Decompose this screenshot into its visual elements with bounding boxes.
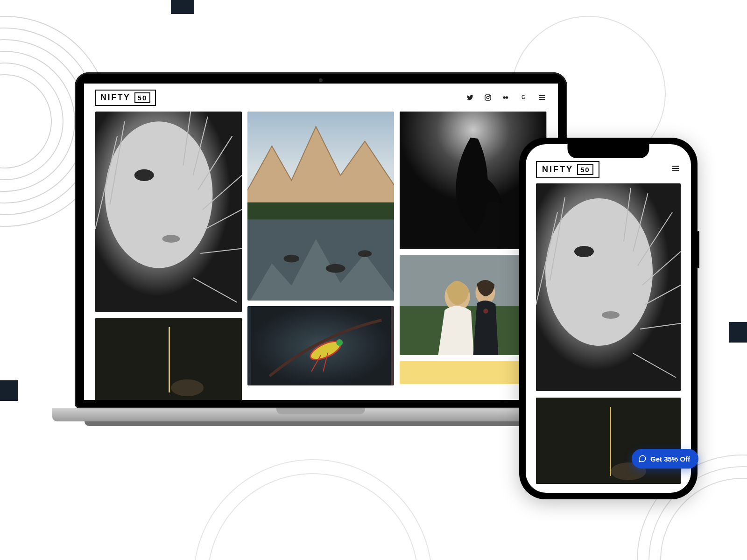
logo-text: NIFTY [542, 165, 573, 175]
500px-icon[interactable] [520, 94, 527, 101]
svg-point-26 [171, 379, 204, 396]
social-icons [466, 93, 547, 102]
svg-rect-25 [169, 327, 170, 392]
svg-point-49 [545, 198, 653, 346]
promo-chat-button[interactable]: Get 35% Off [632, 449, 698, 469]
logo-text: NIFTY [101, 93, 131, 102]
svg-point-44 [483, 308, 488, 313]
gallery-tile-portrait[interactable] [95, 112, 242, 312]
promo-chat-label: Get 35% Off [650, 455, 690, 463]
desktop-site: NIFTY 50 [84, 84, 558, 400]
svg-point-22 [134, 169, 154, 181]
mobile-site: NIFTY 50 [526, 144, 691, 493]
svg-point-14 [489, 96, 490, 96]
desktop-header: NIFTY 50 [84, 84, 558, 112]
gallery-tile-portrait[interactable] [536, 183, 681, 391]
photo-grid [84, 112, 558, 400]
webcam-dot [319, 78, 323, 82]
phone-side-button [698, 231, 699, 268]
decorative-arcs [191, 457, 434, 560]
svg-point-23 [162, 235, 180, 243]
svg-point-7 [194, 460, 432, 560]
svg-point-50 [574, 246, 594, 257]
decorative-block [0, 380, 18, 401]
flickr-icon[interactable] [502, 94, 509, 101]
svg-point-36 [336, 339, 343, 346]
menu-icon[interactable] [670, 163, 681, 175]
svg-rect-28 [247, 203, 394, 222]
decorative-block [729, 322, 747, 343]
svg-point-51 [602, 311, 620, 319]
logo-number: 50 [577, 164, 593, 175]
laptop-base [52, 408, 589, 421]
svg-point-15 [503, 96, 505, 98]
instagram-icon[interactable] [484, 94, 492, 101]
site-logo[interactable]: NIFTY 50 [536, 161, 599, 178]
gallery-tile-dark[interactable] [95, 318, 242, 400]
logo-number: 50 [134, 92, 151, 103]
svg-point-30 [283, 255, 299, 263]
gallery-tile-insect[interactable] [247, 306, 394, 385]
svg-rect-53 [610, 407, 611, 476]
laptop-foot [85, 421, 557, 426]
svg-point-8 [208, 474, 418, 560]
svg-rect-52 [536, 398, 681, 484]
gallery-tile-dark[interactable] [536, 398, 681, 484]
phone-notch [568, 144, 649, 158]
phone-mockup: NIFTY 50 [519, 138, 698, 499]
site-logo[interactable]: NIFTY 50 [95, 90, 156, 106]
menu-icon[interactable] [537, 93, 547, 102]
svg-point-13 [486, 96, 489, 98]
decorative-block [171, 0, 194, 14]
svg-point-32 [358, 250, 372, 257]
svg-point-16 [506, 96, 508, 98]
chat-icon [638, 455, 647, 463]
laptop-mockup: NIFTY 50 [52, 72, 589, 426]
twitter-icon[interactable] [466, 94, 474, 101]
svg-point-31 [325, 264, 345, 273]
gallery-tile-mountains[interactable] [247, 112, 394, 301]
svg-point-5 [0, 75, 51, 168]
